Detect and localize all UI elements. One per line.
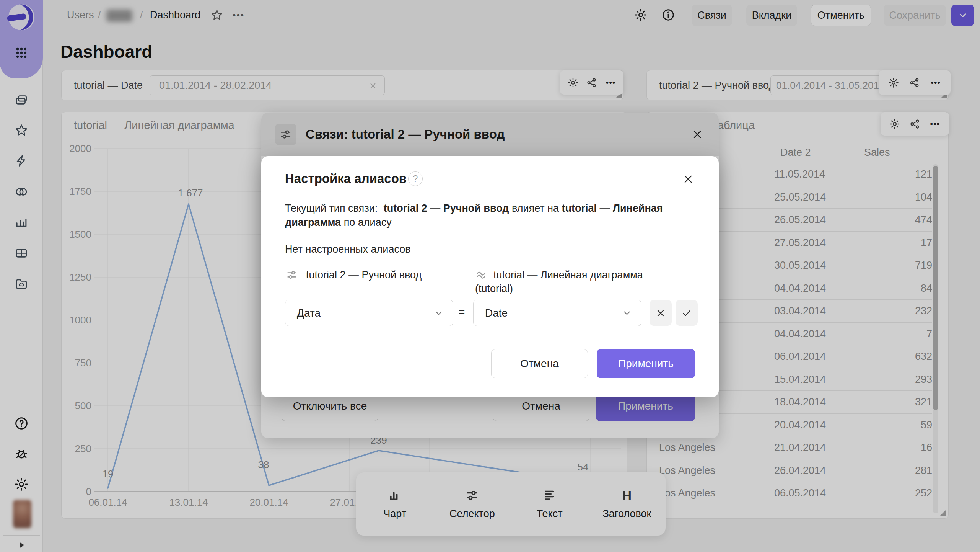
modal-cancel-button[interactable]: Отмена bbox=[491, 349, 588, 378]
relation-middle: влияет на bbox=[512, 203, 559, 214]
alias-field-select-right[interactable]: Date bbox=[473, 300, 641, 326]
alias-right-entity-name: tutorial — Линейная диаграмма bbox=[493, 269, 643, 281]
select-value: Date bbox=[485, 307, 508, 319]
relation-source: tutorial 2 — Ручной ввод bbox=[384, 203, 509, 214]
alias-left-entity: tutorial 2 — Ручной ввод bbox=[285, 268, 453, 282]
alias-remove-button[interactable] bbox=[650, 300, 672, 326]
modal-title: Настройка алиасов bbox=[285, 171, 407, 186]
alias-confirm-button[interactable] bbox=[676, 300, 698, 326]
check-icon bbox=[681, 308, 692, 318]
select-value: Дата bbox=[297, 307, 321, 319]
relation-description: Текущий тип связи: tutorial 2 — Ручной в… bbox=[285, 201, 702, 230]
close-icon bbox=[655, 308, 666, 318]
relation-suffix: по алиасу bbox=[344, 217, 392, 228]
alias-right-entity: tutorial — Линейная диаграмма (tutorial) bbox=[475, 268, 689, 296]
help-glyph: ? bbox=[413, 174, 418, 184]
alias-field-select-left[interactable]: Дата bbox=[285, 300, 453, 326]
alias-settings-modal: Настройка алиасов ? Текущий тип связи: t… bbox=[261, 156, 719, 397]
modal-apply-button[interactable]: Применить bbox=[597, 349, 695, 378]
datalens-dashboard-app: Users / / Dashboard ••• Связи Вкладки От… bbox=[0, 0, 980, 552]
selector-icon bbox=[285, 268, 299, 282]
equals-sign: = bbox=[459, 306, 465, 318]
relation-prefix: Текущий тип связи: bbox=[285, 203, 378, 214]
chevron-down-icon bbox=[434, 308, 444, 318]
alias-right-entity-label: tutorial — Линейная диаграмма (tutorial) bbox=[493, 268, 643, 296]
help-circle-icon[interactable]: ? bbox=[408, 171, 423, 186]
alias-left-entity-label: tutorial 2 — Ручной ввод bbox=[306, 268, 422, 282]
close-icon[interactable] bbox=[682, 173, 694, 185]
alias-right-entity-sub: (tutorial) bbox=[475, 283, 513, 294]
line-chart-icon bbox=[475, 268, 489, 282]
chevron-down-icon bbox=[622, 308, 632, 318]
no-aliases-text: Нет настроенных алиасов bbox=[285, 243, 411, 255]
